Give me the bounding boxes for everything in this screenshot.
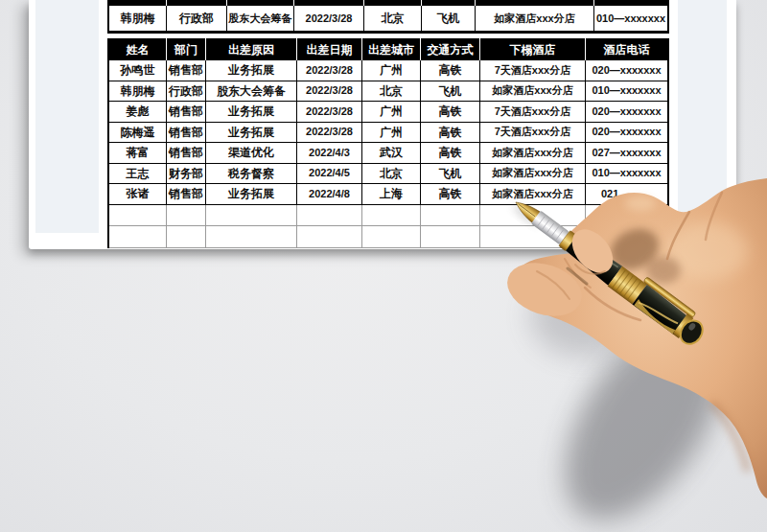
pen-cap-gold-decor: [634, 299, 677, 334]
cell-reason: 业务拓展: [206, 184, 297, 205]
cell-phone: 020—xxxxxxx: [586, 60, 667, 81]
table-row: 姜彪 销售部 业务拓展 2022/3/28 广州 高铁 7天酒店xxx分店 02…: [109, 102, 667, 123]
cell-name: 孙鸣世: [109, 60, 167, 81]
empty-cell: [421, 226, 480, 248]
empty-cell: [297, 226, 362, 248]
column-header-department: 部门: [167, 38, 206, 60]
table-header-row: 姓名 部门 出差原因 出差日期 出差城市 交通方式 下榻酒店 酒店电话: [109, 38, 667, 60]
photo-stage: 韩朋梅 行政部 股东大会筹备 2022/3/28 北京 飞机 如家酒店xxx分店…: [0, 0, 767, 532]
wrist-shading: [711, 403, 748, 472]
pen-band-engraving: [613, 270, 641, 299]
table-row: 韩朋梅 行政部 股东大会筹备 2022/3/28 北京 飞机 如家酒店xxx分店…: [109, 6, 667, 31]
pen-end-dome: [676, 316, 707, 348]
column-header-city: 出差城市: [362, 38, 421, 60]
pen-cap-gold-squiggle: [639, 297, 678, 329]
column-header-transport: 交通方式: [421, 38, 480, 60]
cell-transport: 高铁: [421, 123, 480, 144]
table-row: 王志 财务部 税务督察 2022/4/5 北京 飞机 如家酒店xxx分店 010…: [109, 164, 667, 185]
table-row: 孙鸣世 销售部 业务拓展 2022/3/28 广州 高铁 7天酒店xxx分店 0…: [109, 60, 667, 81]
cell-date: 2022/3/28: [297, 123, 362, 144]
cell-reason: 股东大会筹备: [227, 6, 294, 31]
empty-cell: [167, 205, 206, 227]
cell-department: 销售部: [167, 102, 206, 123]
thumb-crease: [537, 271, 569, 299]
cell-phone: 010—xxxxxxx: [586, 164, 667, 185]
cell-phone: 020—xxxxxxx: [586, 102, 667, 123]
cell-name: 姜彪: [109, 102, 167, 123]
column-header-hotel: 下榻酒店: [480, 38, 586, 60]
cell-reason: 渠道优化: [206, 143, 297, 164]
column-header-date: 出差日期: [297, 38, 362, 60]
cell-department: 销售部: [167, 123, 206, 144]
table-empty-rows: [109, 205, 671, 248]
table-row-empty: [109, 205, 671, 227]
paper-sheet: 韩朋梅 行政部 股东大会筹备 2022/3/28 北京 飞机 如家酒店xxx分店…: [29, 0, 736, 249]
pen-clip: [643, 277, 696, 318]
cell-transport: 高铁: [421, 102, 480, 123]
cell-city: 广州: [362, 102, 421, 123]
cell-transport: 飞机: [421, 164, 480, 185]
curled-finger-line: [565, 259, 591, 288]
paper-right-margin-band: [678, 0, 727, 233]
cell-reason: 业务拓展: [206, 102, 297, 123]
column-header-phone: 酒店电话: [586, 38, 667, 60]
cell-city: 北京: [364, 6, 422, 31]
cell-name: 陈梅遥: [109, 123, 167, 144]
cell-name: 张诸: [109, 184, 167, 205]
cell-date: 2022/3/28: [297, 60, 362, 81]
thumb-pen-contact-shadow: [568, 268, 587, 284]
cell-department: 销售部: [167, 60, 206, 81]
empty-cell: [480, 205, 586, 227]
empty-cell: [586, 226, 667, 248]
paper-left-margin-band: [35, 0, 99, 233]
cell-city: 北京: [362, 81, 421, 103]
empty-cell: [362, 205, 421, 227]
table-row: 张诸 销售部 业务拓展 2022/4/8 上海 高铁 如家酒店xxx分店 021: [109, 184, 667, 205]
cell-date: 2022/4/8: [297, 184, 362, 205]
pen-end-glint: [687, 322, 697, 332]
empty-cell: [362, 226, 421, 248]
cell-date: 2022/3/28: [294, 6, 364, 31]
cell-reason: 股东大会筹备: [206, 81, 297, 103]
thumb: [500, 254, 589, 325]
column-header-name: 姓名: [109, 38, 167, 60]
cell-transport: 高铁: [421, 60, 480, 81]
cell-city: 广州: [362, 60, 421, 81]
table-row: 蒋富 销售部 渠道优化 2022/4/3 武汉 高铁 如家酒店xxx分店 027…: [109, 143, 667, 164]
table-main: 姓名 部门 出差原因 出差日期 出差城市 交通方式 下榻酒店 酒店电话 孙鸣世 …: [107, 38, 669, 248]
cell-name: 韩朋梅: [109, 6, 167, 31]
cell-date: 2022/3/28: [297, 102, 362, 123]
empty-cell: [206, 205, 297, 227]
cell-date: 2022/4/3: [297, 143, 362, 164]
table-row-empty: [109, 226, 671, 248]
cell-name: 王志: [109, 164, 167, 185]
cell-city: 北京: [362, 164, 421, 185]
pen-cap: [632, 285, 688, 335]
cell-reason: 税务督察: [206, 164, 297, 185]
cell-phone: 010—xxxxxxx: [586, 81, 667, 103]
cell-date: 2022/4/5: [297, 164, 362, 185]
cell-hotel: 7天酒店xxx分店: [480, 102, 586, 123]
curled-finger-line: [585, 288, 640, 320]
cell-name: 韩朋梅: [109, 81, 167, 103]
cell-transport: 高铁: [421, 184, 480, 205]
empty-cell: [109, 205, 167, 227]
cell-department: 行政部: [167, 6, 227, 31]
empty-cell: [109, 226, 167, 248]
cell-city: 上海: [362, 184, 421, 205]
empty-cell: [480, 226, 586, 248]
cell-hotel: 7天酒店xxx分店: [480, 60, 586, 81]
cell-hotel: 7天酒店xxx分店: [480, 123, 586, 144]
table-top-partial: 韩朋梅 行政部 股东大会筹备 2022/3/28 北京 飞机 如家酒店xxx分店…: [107, 0, 669, 34]
cell-phone: 021: [586, 184, 667, 205]
cell-department: 行政部: [167, 81, 206, 103]
cell-city: 广州: [362, 123, 421, 144]
column-header-reason: 出差原因: [206, 38, 297, 60]
pen-gold-band: [608, 266, 647, 305]
cell-phone: 010—xxxxxxx: [594, 6, 667, 31]
empty-cell: [586, 205, 667, 227]
cell-phone: 020—xxxxxxx: [586, 123, 667, 144]
cell-hotel: 如家酒店xxx分店: [480, 81, 586, 103]
cell-reason: 业务拓展: [206, 60, 297, 81]
finger-gap-shadow: [646, 257, 681, 284]
